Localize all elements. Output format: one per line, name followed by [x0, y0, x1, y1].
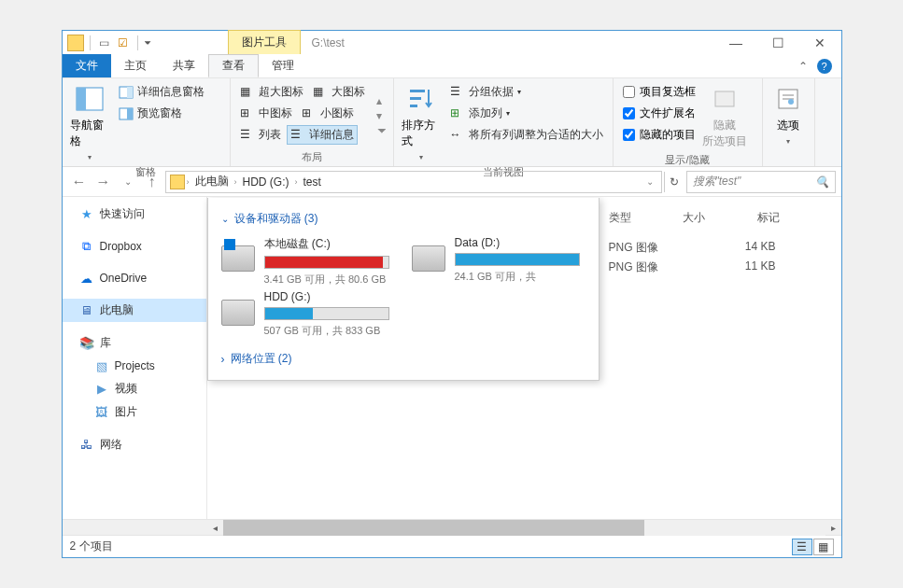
- contextual-tab-picture-tools[interactable]: 图片工具: [228, 30, 301, 55]
- svg-rect-3: [127, 87, 133, 98]
- details-pane-button[interactable]: 详细信息窗格: [115, 82, 208, 102]
- layout-scroll-down[interactable]: ▾: [376, 109, 388, 122]
- refresh-button[interactable]: ↻: [664, 172, 684, 192]
- maximize-button[interactable]: ☐: [757, 31, 799, 54]
- qat-select[interactable]: ☑: [115, 35, 132, 51]
- recent-dropdown[interactable]: ⌄: [117, 171, 139, 193]
- drive-icon: [221, 300, 255, 326]
- drive-icon: [412, 245, 445, 272]
- svg-rect-8: [410, 105, 417, 107]
- sidebar-item-pictures[interactable]: 🖼图片: [63, 400, 206, 424]
- address-bar[interactable]: › 此电脑 › HDD (G:) › test ⌄: [165, 171, 662, 193]
- tab-share[interactable]: 共享: [160, 54, 208, 77]
- minimize-button[interactable]: —: [715, 31, 757, 54]
- tab-manage[interactable]: 管理: [259, 54, 307, 77]
- view-small[interactable]: ⊞小图标: [298, 104, 358, 123]
- chevron-right-icon: ›: [221, 353, 225, 366]
- column-tags[interactable]: 标记: [757, 210, 832, 226]
- breadcrumb-folder[interactable]: test: [300, 175, 325, 189]
- sidebar-item-library[interactable]: 📚库: [63, 331, 206, 355]
- drive-capacity-bar: [455, 253, 580, 266]
- status-item-count: 2 个项目: [70, 539, 113, 554]
- svg-rect-5: [127, 108, 133, 119]
- drive-item[interactable]: HDD (G:) 507 GB 可用，共 833 GB: [221, 290, 389, 338]
- navbar: ← → ⌄ ↑ › 此电脑 › HDD (G:) › test ⌄ ↻ 搜索"t…: [63, 167, 841, 197]
- sidebar-item-onedrive[interactable]: ☁OneDrive: [63, 267, 206, 289]
- view-details-statusbtn[interactable]: ☰: [792, 539, 812, 555]
- drive-name: 本地磁盘 (C:): [264, 236, 389, 256]
- fit-columns-button[interactable]: ↔将所有列调整为合适的大小: [446, 125, 607, 145]
- nav-pane-button[interactable]: 导航窗格 ▾: [68, 82, 111, 163]
- ribbon: 导航窗格 ▾ 详细信息窗格 预览窗格 窗格 ▦超大图标 ▦大图标 ⊞: [63, 78, 841, 167]
- add-columns-button[interactable]: ⊞添加列 ▾: [446, 104, 607, 123]
- forward-button[interactable]: →: [92, 171, 115, 193]
- sidebar-item-quickaccess[interactable]: ★快速访问: [63, 203, 206, 226]
- view-large[interactable]: ▦大图标: [309, 82, 369, 102]
- svg-point-13: [788, 99, 794, 105]
- back-button[interactable]: ←: [68, 171, 91, 193]
- drive-item[interactable]: Data (D:) 24.1 GB 可用，共: [412, 236, 580, 287]
- file-row[interactable]: PNG 图像14 KB: [609, 238, 832, 258]
- layout-more[interactable]: ⏷: [376, 124, 388, 137]
- sidebar-item-dropbox[interactable]: ⧉Dropbox: [63, 235, 206, 258]
- search-icon: 🔍: [815, 175, 829, 189]
- view-details[interactable]: ☰详细信息: [287, 125, 358, 145]
- file-row[interactable]: PNG 图像11 KB: [609, 258, 832, 277]
- tab-file[interactable]: 文件: [63, 54, 111, 77]
- drive-stat: 507 GB 可用，共 833 GB: [264, 320, 389, 338]
- search-input[interactable]: 搜索"test" 🔍: [686, 171, 836, 193]
- drive-name: HDD (G:): [264, 290, 389, 307]
- qat-dropdown[interactable]: ⏷: [144, 38, 153, 48]
- drive-capacity-bar: [264, 256, 389, 269]
- tab-home[interactable]: 主页: [111, 54, 160, 77]
- svg-rect-6: [410, 90, 425, 92]
- window-title: G:\test: [312, 36, 345, 49]
- view-medium[interactable]: ⊞中图标: [236, 104, 296, 123]
- breadcrumb-drive[interactable]: HDD (G:): [239, 175, 293, 189]
- extensions-toggle[interactable]: 文件扩展名: [619, 104, 699, 123]
- hidden-items-toggle[interactable]: 隐藏的项目: [619, 125, 699, 145]
- address-dropdown[interactable]: ⌄: [646, 176, 654, 187]
- help-icon[interactable]: ?: [817, 59, 832, 74]
- hide-selected-button[interactable]: 隐藏 所选项目: [703, 82, 746, 151]
- sidebar-item-thispc[interactable]: 🖥此电脑: [63, 299, 206, 322]
- view-list[interactable]: ☰列表: [236, 125, 285, 145]
- folder-icon: [67, 35, 84, 51]
- up-button[interactable]: ↑: [141, 171, 163, 193]
- layout-scroll-up[interactable]: ▴: [376, 94, 388, 107]
- sidebar: ★快速访问 ⧉Dropbox ☁OneDrive 🖥此电脑 📚库 ▧Projec…: [63, 197, 207, 519]
- breadcrumb-thispc[interactable]: 此电脑: [191, 174, 233, 189]
- column-size[interactable]: 大小: [683, 210, 757, 226]
- drive-name: Data (D:): [455, 236, 580, 253]
- column-type[interactable]: 类型: [609, 210, 684, 226]
- horizontal-scrollbar[interactable]: ◂ ▸: [63, 519, 841, 535]
- devices-section-header[interactable]: ⌄ 设备和驱动器 (3): [221, 207, 586, 236]
- sidebar-item-network[interactable]: 🖧网络: [63, 433, 206, 456]
- sort-by-button[interactable]: 排序方式▾: [400, 82, 443, 163]
- sidebar-item-projects[interactable]: ▧Projects: [63, 355, 206, 377]
- sidebar-item-videos[interactable]: ▶视频: [63, 377, 206, 400]
- statusbar: 2 个项目 ☰ ▦: [63, 535, 841, 557]
- file-view: 类型 大小 标记 PNG 图像14 KBPNG 图像11 KB ⌄ 设备和驱动器…: [207, 197, 841, 519]
- drive-item[interactable]: 本地磁盘 (C:) 3.41 GB 可用，共 80.6 GB: [221, 236, 389, 287]
- group-by-button[interactable]: ☰分组依据 ▾: [446, 82, 607, 102]
- ribbon-collapse-icon[interactable]: ⌃: [798, 60, 808, 73]
- drive-stat: 3.41 GB 可用，共 80.6 GB: [264, 269, 389, 287]
- tab-view[interactable]: 查看: [208, 54, 259, 77]
- scroll-thumb[interactable]: [223, 520, 645, 536]
- scroll-left-button[interactable]: ◂: [207, 520, 223, 536]
- drive-tooltip-popup: ⌄ 设备和驱动器 (3) 本地磁盘 (C:) 3.41 GB 可用，共 80.6…: [207, 198, 600, 381]
- scroll-right-button[interactable]: ▸: [825, 520, 841, 536]
- svg-rect-9: [715, 91, 734, 106]
- item-checkboxes-toggle[interactable]: 项目复选框: [619, 82, 699, 102]
- view-thumbnails-statusbtn[interactable]: ▦: [813, 539, 834, 555]
- group-layout-label: 布局: [236, 148, 388, 164]
- ribbon-tabs: 文件 主页 共享 查看 管理 ⌃ ?: [63, 54, 841, 78]
- options-button[interactable]: 选项▾: [769, 82, 809, 151]
- svg-rect-1: [77, 88, 86, 110]
- qat-properties[interactable]: ▭: [96, 35, 113, 51]
- view-extra-large[interactable]: ▦超大图标: [236, 82, 307, 102]
- close-button[interactable]: ✕: [799, 31, 841, 54]
- network-section-header[interactable]: › 网络位置 (2): [221, 338, 586, 371]
- preview-pane-button[interactable]: 预览窗格: [115, 104, 208, 123]
